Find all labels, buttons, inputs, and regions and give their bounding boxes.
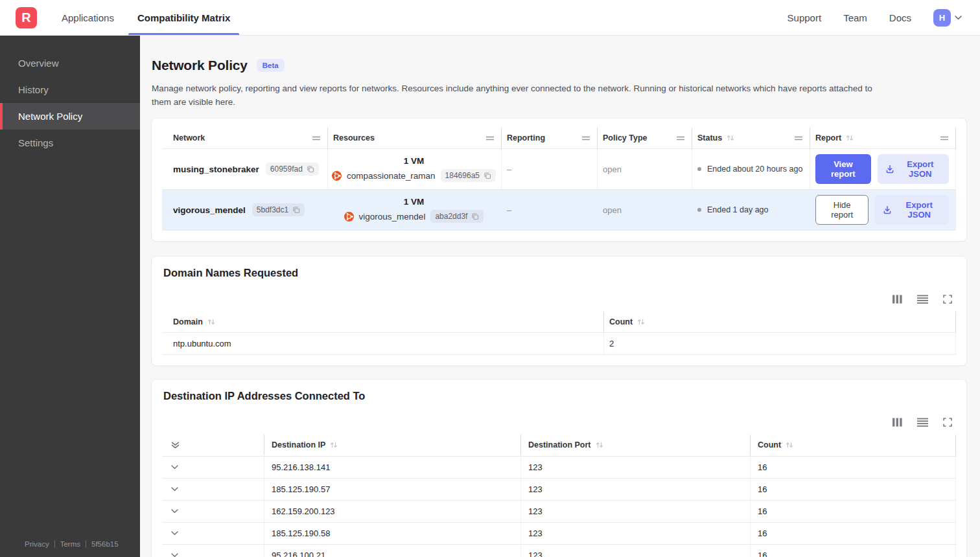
chevron-down-icon[interactable] [171,487,178,492]
copy-icon[interactable] [307,165,314,173]
chevron-down-icon[interactable] [171,465,178,470]
column-resize-handle-icon[interactable] [581,136,590,141]
column-resize-handle-icon[interactable] [676,136,685,141]
tab-applications[interactable]: Applications [54,0,122,35]
column-header-destination-port[interactable]: Destination Port [521,435,751,455]
copy-icon[interactable] [471,212,479,220]
count-cell: 2 [604,333,956,354]
footer-link-terms[interactable]: Terms [54,540,86,548]
column-resize-handle-icon[interactable] [485,136,495,141]
app-logo[interactable]: R [16,7,37,28]
sidebar-item-history[interactable]: History [0,76,140,103]
reporting-value: – [507,205,511,215]
link-support[interactable]: Support [788,12,822,23]
chevron-down-icon[interactable] [171,531,178,536]
column-label: Status [697,133,722,142]
copy-icon[interactable] [292,206,300,214]
destination-ip-cell: 185.125.190.58 [264,523,521,544]
resources-cell: 1 VM vigorous_mendel aba2dd3f [328,190,502,230]
page-description: Manage network policy, reporting and vie… [152,82,872,109]
reporting-cell: – [502,149,598,189]
link-docs[interactable]: Docs [889,12,911,23]
policy-type-value: open [603,165,622,174]
page-title: Network Policy [152,58,248,73]
resource-id: 184696a5 [445,171,480,180]
column-resize-handle-icon[interactable] [940,136,949,141]
destination-row[interactable]: 185.125.190.58 123 16 [162,522,956,544]
columns-icon[interactable] [892,418,902,427]
page-header: Network Policy Beta [151,58,967,73]
destination-row[interactable]: 185.125.190.57 123 16 [162,478,956,500]
destination-port-cell: 123 [521,479,751,500]
domains-table-row[interactable]: ntp.ubuntu.com 2 [162,332,956,355]
destination-row[interactable]: 95.216.138.141 123 16 [162,456,956,478]
expander-cell [162,501,264,522]
user-menu[interactable]: H [933,9,962,27]
count-cell: 16 [751,457,956,478]
destination-row[interactable]: 162.159.200.123 123 16 [162,500,956,522]
domains-card-toolbar [162,295,952,304]
status-dot [697,208,701,212]
expand-icon[interactable] [943,418,952,427]
avatar[interactable]: H [933,9,951,27]
hide-report-button[interactable]: Hide report [815,195,869,225]
network-table-row[interactable]: vigorous_mendel 5bdf3dc1 1 VM vigorous_m… [162,189,956,231]
network-id: 5bdf3dc1 [257,205,288,214]
network-id-badge: 5bdf3dc1 [252,203,305,216]
status-cell: Ended about 20 hours ago [692,149,810,189]
expander-cell [162,523,264,544]
tab-compatibility-matrix[interactable]: Compatibility Matrix [130,0,238,35]
view-report-button[interactable]: View report [815,154,871,184]
domains-table-header: Domain Count [162,312,956,332]
domain-cell: ntp.ubuntu.com [162,333,604,354]
column-header-count[interactable]: Count [751,435,956,455]
column-header-reporting[interactable]: Reporting [502,128,598,148]
sort-icon [727,134,734,142]
destinations-card-title: Destination IP Addresses Connected To [163,390,956,402]
column-resize-handle-icon[interactable] [312,136,321,141]
column-label: Report [815,133,841,142]
column-header-network[interactable]: Network [162,128,328,148]
network-id: 60959fad [270,165,303,174]
column-header-destination-ip[interactable]: Destination IP [264,435,521,455]
column-header-domain[interactable]: Domain [162,312,604,332]
column-label: Policy Type [603,133,648,142]
column-header-status[interactable]: Status [692,128,810,148]
status-cell: Ended 1 day ago [692,190,810,230]
double-chevron-down-icon[interactable] [171,442,180,449]
list-icon[interactable] [917,418,928,427]
resource-id-badge: aba2dd3f [430,210,484,223]
column-label: Network [173,133,205,142]
export-json-button[interactable]: Export JSON [878,154,949,184]
footer-link-privacy[interactable]: Privacy [25,540,54,548]
destination-row[interactable]: 95.216.100.21 123 16 [162,544,956,557]
sidebar-item-network-policy[interactable]: Network Policy [0,103,140,130]
chevron-down-icon[interactable] [171,509,178,514]
columns-icon[interactable] [892,295,902,304]
expand-icon[interactable] [943,295,952,304]
export-json-button[interactable]: Export JSON [875,195,949,225]
link-team[interactable]: Team [843,12,867,23]
footer-version: 5f56b15 [86,540,124,548]
expander-cell [162,545,264,557]
network-table-row[interactable]: musing_stonebraker 60959fad 1 VM compass… [162,148,956,189]
sidebar-item-settings[interactable]: Settings [0,130,140,156]
column-header-policy-type[interactable]: Policy Type [598,128,692,148]
sidebar-item-overview[interactable]: Overview [0,50,140,76]
network-id-badge: 60959fad [266,163,319,176]
column-resize-handle-icon[interactable] [794,136,803,141]
copy-icon[interactable] [484,172,491,179]
topbar-left: R Applications Compatibility Matrix [16,0,242,35]
column-label: Destination IP [272,440,325,449]
destinations-card-toolbar [162,418,952,427]
list-icon[interactable] [917,295,928,304]
column-header-report[interactable]: Report [810,128,956,148]
column-header-expander[interactable] [162,435,264,455]
sort-icon [637,318,645,326]
beta-badge: Beta [257,59,285,72]
chevron-down-icon[interactable] [171,553,178,557]
column-header-count[interactable]: Count [604,312,956,332]
policy-type-cell: open [598,149,692,189]
column-header-resources[interactable]: Resources [328,128,502,148]
network-name: musing_stonebraker [173,165,259,174]
